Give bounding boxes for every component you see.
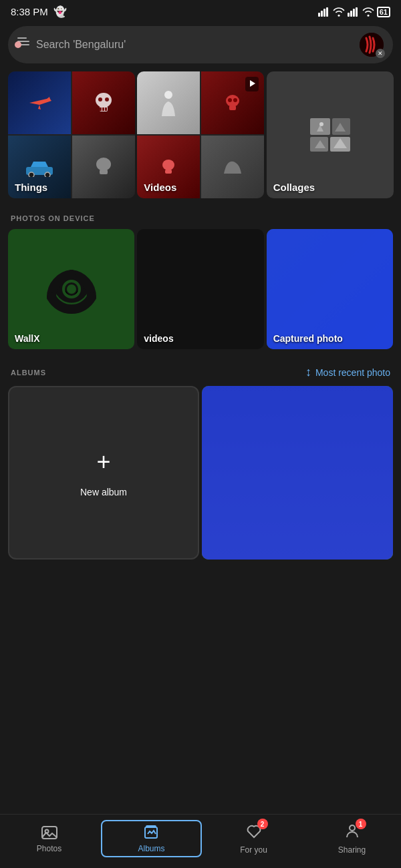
svg-point-33 [319,122,323,126]
avatar-badge: ✕ [376,49,385,58]
sort-button[interactable]: ↕ Most recent photo [305,365,390,379]
photos-on-device-title: PHOTOS ON DEVICE [0,204,401,229]
nav-photos-label: Photos [37,844,61,853]
svg-rect-2 [323,9,325,17]
battery-icon: 61 [377,7,390,17]
captured-bg [267,229,393,349]
wallx-bg [8,229,134,349]
svg-point-14 [98,97,102,101]
nav-for-you[interactable]: 2 For you [205,820,303,857]
wallx-card[interactable]: WallX [8,229,134,349]
svg-rect-13 [105,107,107,111]
menu-icon-wrap [17,37,29,52]
svg-rect-27 [165,170,172,174]
svg-rect-3 [326,7,328,17]
svg-point-26 [162,160,174,170]
svg-rect-40 [146,826,156,827]
videos-folder-bg [137,229,263,349]
things-label: Things [15,182,47,193]
status-icons: 61 [318,7,390,17]
svg-point-9 [96,93,112,107]
svg-rect-23 [229,105,236,110]
captured-photo-card[interactable]: Captured photo [267,229,393,349]
svg-rect-6 [353,9,355,17]
things-card[interactable]: Things [8,71,135,198]
hamburger-line-1 [17,37,27,39]
search-bar-left: Search 'Bengaluru' [17,37,353,52]
album-recent-bg [202,386,393,560]
albums-grid: + New album [0,386,401,560]
svg-point-24 [228,98,232,102]
svg-point-18 [45,172,50,177]
for-you-badge: 2 [257,819,268,829]
things-thumb-1 [8,71,71,134]
sort-label: Most recent photo [315,367,390,378]
svg-rect-11 [100,107,102,111]
videos-grid [137,71,264,198]
svg-point-17 [29,172,34,177]
bottom-nav: Photos Albums 2 For you 1 Sharing [0,814,401,868]
sharing-badge-wrap: 1 [344,823,361,843]
plus-icon: + [96,448,110,476]
wifi-icon [333,7,345,17]
svg-rect-0 [318,13,320,17]
svg-rect-5 [350,11,352,17]
signal-icon [318,7,330,17]
videos-thumb-4 [201,136,264,198]
signal2-icon [348,7,360,17]
albums-title: ALBUMS [11,369,46,377]
svg-rect-12 [102,107,104,111]
album-blue-overlay [202,386,393,560]
recent-album-card[interactable] [202,386,393,560]
svg-rect-1 [321,11,323,17]
albums-icon [143,824,160,841]
user-avatar[interactable]: ✕ [360,33,384,57]
svg-point-22 [226,95,239,107]
nav-for-you-label: For you [240,845,267,855]
svg-marker-28 [250,80,255,87]
photos-icon [41,824,58,841]
search-bar[interactable]: Search 'Bengaluru' ✕ [8,26,393,63]
videos-thumb-1 [137,71,200,134]
sort-icon: ↕ [305,365,311,379]
nav-sharing[interactable]: 1 Sharing [303,820,401,857]
bottom-spacer [0,568,401,628]
svg-point-25 [233,98,237,102]
svg-point-35 [67,284,76,294]
svg-point-19 [96,158,111,171]
videos-folder-card[interactable]: videos [137,229,263,349]
wifi2-icon [362,7,374,17]
svg-rect-20 [100,170,108,174]
blue-scribble [267,229,393,349]
videos-label: Videos [144,182,176,193]
search-placeholder: Search 'Bengaluru' [36,39,126,51]
svg-rect-7 [356,7,358,17]
nav-albums[interactable]: Albums [101,820,202,857]
battery-level: 61 [380,8,388,16]
new-album-card[interactable]: + New album [8,386,199,560]
collage-icon [307,115,354,155]
things-thumb-4 [72,136,135,198]
new-album-label: New album [80,487,127,497]
collages-card[interactable]: Collages [267,71,394,198]
notification-dot [15,41,21,48]
nav-sharing-label: Sharing [338,845,366,855]
snapchat-icon: 👻 [53,5,67,18]
collages-label: Collages [273,182,315,193]
main-categories-grid: Things [0,71,401,198]
device-grid: WallX videos Captured photo [0,229,401,349]
nav-photos[interactable]: Photos [0,821,98,856]
sharing-badge: 1 [356,819,366,829]
wallx-label: WallX [15,333,40,344]
svg-point-41 [350,825,355,831]
svg-point-15 [105,97,109,101]
videos-card[interactable]: Videos [137,71,264,198]
captured-photo-label: Captured photo [273,333,343,344]
status-time: 8:38 PM [11,6,48,17]
albums-header: ALBUMS ↕ Most recent photo [0,355,401,386]
video-play-indicator [245,77,259,91]
svg-point-21 [164,91,172,99]
svg-rect-4 [348,13,350,17]
nav-albums-label: Albums [138,844,164,853]
things-thumb-2 [72,71,135,134]
